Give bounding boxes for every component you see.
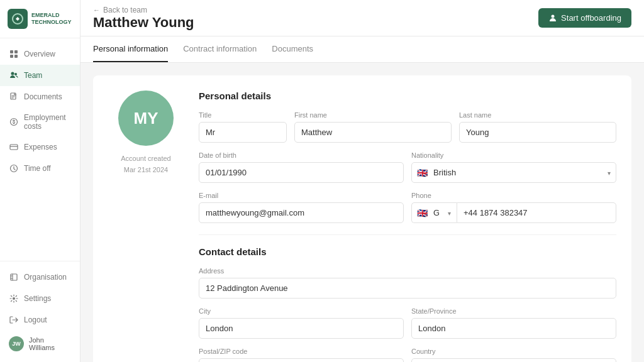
email-input[interactable]	[199, 202, 404, 223]
sidebar-item-documents[interactable]: Documents	[0, 86, 80, 107]
tabs-bar: Personal information Contract informatio…	[80, 36, 644, 63]
breadcrumb[interactable]: ← Back to team	[93, 6, 194, 14]
title-label: Title	[199, 111, 287, 119]
last-name-label: Last name	[459, 111, 616, 119]
phone-country-select[interactable]: GB	[411, 202, 457, 223]
nationality-group: Nationality 🇬🇧 British ▾	[411, 151, 616, 183]
postal-group: Postal/ZIP code	[199, 348, 404, 362]
sidebar: EMERALDTECHNOLOGY Overview Team Document…	[0, 0, 80, 362]
row-title-names: Title First name Last name	[199, 111, 616, 143]
person-icon	[548, 14, 557, 23]
user-avatar: JW	[9, 336, 24, 351]
form-column: Personal details Title First name Last n…	[199, 90, 616, 362]
svg-rect-11	[11, 274, 17, 280]
top-bar: ← Back to team Matthew Young Start offbo…	[80, 0, 644, 36]
personal-details-title: Personal details	[199, 90, 616, 101]
overview-icon	[9, 49, 19, 59]
nationality-select-wrapper: 🇬🇧 British ▾	[411, 162, 616, 183]
phone-input-group: 🇬🇧 GB ▾	[411, 202, 616, 223]
address-input[interactable]	[199, 278, 616, 299]
sidebar-item-documents-label: Documents	[24, 92, 62, 101]
nationality-select[interactable]: British	[411, 162, 616, 183]
last-name-input[interactable]	[459, 122, 616, 143]
sidebar-item-employment-costs[interactable]: Employment costs	[0, 107, 80, 136]
account-created-info: Account created Mar 21st 2024	[121, 153, 171, 175]
dob-group: Date of birth	[199, 151, 404, 183]
city-group: City	[199, 307, 404, 339]
city-label: City	[199, 307, 404, 315]
avatar: MY	[118, 90, 174, 146]
sidebar-bottom: Organisation Settings Logout JW John Wil…	[0, 261, 80, 362]
sidebar-item-settings[interactable]: Settings	[0, 288, 80, 309]
user-name: John Williams	[29, 336, 71, 351]
employment-costs-icon	[9, 117, 19, 127]
svg-rect-9	[10, 145, 18, 150]
organisation-icon	[9, 272, 19, 282]
tab-contract-information[interactable]: Contract information	[183, 36, 257, 62]
svg-point-5	[11, 72, 14, 75]
user-row[interactable]: JW John Williams	[0, 331, 80, 357]
title-group: Title	[199, 111, 287, 143]
row-email-phone: E-mail Phone 🇬🇧 GB ▾	[199, 192, 616, 223]
row-address: Address	[199, 267, 616, 299]
svg-rect-1	[10, 50, 13, 53]
row-postal-country: Postal/ZIP code Country 🇬🇧 United Kingdo…	[199, 348, 616, 362]
country-select[interactable]: United Kingdom	[411, 358, 616, 362]
dob-input[interactable]	[199, 162, 404, 183]
time-off-icon	[9, 163, 19, 173]
tab-documents[interactable]: Documents	[272, 36, 313, 62]
email-group: E-mail	[199, 192, 404, 223]
address-label: Address	[199, 267, 616, 275]
sidebar-item-expenses-label: Expenses	[24, 143, 57, 151]
first-name-input[interactable]	[294, 122, 452, 143]
team-icon	[9, 70, 19, 80]
contact-details-title: Contact details	[199, 246, 616, 257]
sidebar-item-expenses[interactable]: Expenses	[0, 136, 80, 158]
logout-icon	[9, 315, 19, 325]
svg-rect-3	[10, 55, 13, 58]
sidebar-item-time-off[interactable]: Time off	[0, 158, 80, 179]
svg-rect-4	[14, 55, 18, 58]
sidebar-item-organisation[interactable]: Organisation	[0, 266, 80, 288]
sidebar-item-team-label: Team	[24, 71, 42, 80]
section-divider	[199, 234, 616, 235]
postal-input[interactable]	[199, 358, 404, 362]
phone-input[interactable]	[457, 202, 616, 223]
email-label: E-mail	[199, 192, 404, 199]
sidebar-nav: Overview Team Documents Employment costs…	[0, 38, 80, 261]
profile-card: MY Account created Mar 21st 2024 Persona…	[93, 75, 631, 362]
title-input[interactable]	[199, 122, 287, 143]
row-city-state: City State/Province	[199, 307, 616, 339]
nationality-label: Nationality	[411, 151, 616, 159]
sidebar-item-organisation-label: Organisation	[24, 273, 67, 282]
sidebar-item-logout[interactable]: Logout	[0, 309, 80, 331]
phone-label: Phone	[411, 192, 616, 199]
page-title: Matthew Young	[93, 14, 194, 31]
address-group: Address	[199, 267, 616, 299]
dob-label: Date of birth	[199, 151, 404, 159]
last-name-group: Last name	[459, 111, 616, 143]
row-dob-nationality: Date of birth Nationality 🇬🇧 British ▾	[199, 151, 616, 183]
sidebar-item-team[interactable]: Team	[0, 65, 80, 86]
sidebar-item-overview[interactable]: Overview	[0, 43, 80, 65]
sidebar-item-employment-costs-label: Employment costs	[24, 113, 71, 131]
svg-point-6	[14, 73, 17, 75]
phone-group: Phone 🇬🇧 GB ▾	[411, 192, 616, 223]
country-label: Country	[411, 348, 616, 355]
postal-label: Postal/ZIP code	[199, 348, 404, 355]
phone-country-select-wrapper: 🇬🇧 GB ▾	[411, 202, 457, 223]
start-offboarding-button[interactable]: Start offboarding	[538, 8, 631, 28]
logo-icon	[8, 9, 28, 29]
documents-icon	[9, 92, 19, 102]
back-link[interactable]: Back to team	[103, 6, 147, 14]
title-area: ← Back to team Matthew Young	[93, 6, 194, 31]
logo-area: EMERALDTECHNOLOGY	[0, 0, 80, 38]
svg-point-12	[13, 297, 15, 300]
state-label: State/Province	[411, 307, 616, 315]
tab-personal-information[interactable]: Personal information	[93, 36, 168, 62]
logo-text: EMERALDTECHNOLOGY	[31, 12, 72, 26]
sidebar-item-overview-label: Overview	[24, 50, 55, 58]
state-input[interactable]	[411, 318, 616, 339]
svg-rect-2	[14, 50, 18, 53]
city-input[interactable]	[199, 318, 404, 339]
